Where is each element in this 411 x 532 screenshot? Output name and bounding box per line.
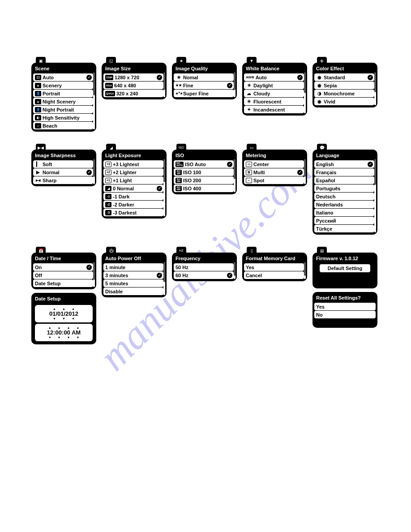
wb-fluorescent[interactable]: ✳Fluorescent bbox=[244, 98, 304, 105]
row-2: ▶◀ Image Sharpness ▎Soft ▶Normal ▶◀Sharp… bbox=[31, 150, 384, 235]
exp-p1[interactable]: +1+1 Light bbox=[103, 176, 163, 184]
lang-espanol[interactable]: Español bbox=[314, 176, 374, 184]
iso-menu: ISO ISO ISOAUTOISO Auto ISO100ISO 100 IS… bbox=[172, 150, 237, 194]
color-vivid[interactable]: ◉Vivid bbox=[314, 98, 374, 105]
color-tab-icon: ⊕ bbox=[317, 57, 327, 64]
sharpness-title: Image Sharpness bbox=[33, 151, 94, 160]
date-setup-time[interactable]: ▲▲▲▲ 12:00:00 AM ▼▼▼▼ bbox=[35, 324, 93, 341]
exp-m3[interactable]: -3-3 Darkest bbox=[103, 209, 163, 216]
scene-item-auto[interactable]: 口Auto bbox=[33, 73, 93, 81]
scene-item-night-portrait[interactable]: 👤Night Portrait bbox=[33, 106, 93, 113]
date-time-menu: 📅 Date / Time On Off Date Setup bbox=[31, 253, 96, 289]
date-tab-icon: 📅 bbox=[36, 247, 46, 254]
format-tab-icon: ▯ bbox=[247, 247, 257, 254]
lang-turkce[interactable]: Türkçe bbox=[314, 225, 374, 232]
wb-cloudy[interactable]: ☁Cloudy bbox=[244, 90, 304, 97]
scene-item-beach[interactable]: ☼Beach bbox=[33, 122, 93, 129]
sharp-normal[interactable]: ▶Normal bbox=[33, 168, 93, 176]
wb-auto[interactable]: AWBAuto bbox=[244, 73, 304, 81]
date-setup-item[interactable]: Date Setup bbox=[33, 279, 93, 287]
lang-francais[interactable]: Français bbox=[314, 168, 374, 176]
date-off[interactable]: Off bbox=[33, 271, 93, 279]
quality-tab-icon: ★ bbox=[176, 57, 186, 64]
iso-auto[interactable]: ISOAUTOISO Auto bbox=[174, 160, 234, 168]
reset-no[interactable]: No bbox=[314, 311, 376, 318]
power-5min[interactable]: 5 minutes bbox=[103, 279, 163, 287]
quality-fine[interactable]: ★★Fine bbox=[174, 82, 234, 89]
lang-english[interactable]: English bbox=[314, 160, 374, 168]
size-720p[interactable]: 720P1280 x 720 bbox=[103, 73, 163, 81]
metering-menu: ▭ Metering ▭Center ⊞Multi •Spot bbox=[242, 150, 307, 186]
metering-title: Metering bbox=[244, 151, 305, 160]
color-standard[interactable]: ◉Standard bbox=[314, 73, 374, 81]
freq-50[interactable]: 50 Hz bbox=[174, 263, 234, 271]
color-monochrome[interactable]: ◑Monochrome bbox=[314, 90, 374, 97]
power-title: Auto Power Off bbox=[103, 254, 165, 263]
scene-title: Scene bbox=[33, 64, 94, 73]
lang-russian[interactable]: Русский bbox=[314, 217, 374, 224]
reset-title: Reset All Settings? bbox=[314, 293, 376, 303]
language-tab-icon: 💬 bbox=[317, 144, 327, 151]
meter-multi[interactable]: ⊞Multi bbox=[244, 168, 304, 176]
date-setup-date[interactable]: ▲▲▲ 01/01/2012 ▼▼▼ bbox=[35, 305, 93, 322]
reset-menu: Reset All Settings? Yes No bbox=[313, 292, 377, 328]
lang-nederlands[interactable]: Nederlands bbox=[314, 201, 374, 208]
quality-normal[interactable]: ★Nomal bbox=[174, 73, 234, 81]
exp-p3[interactable]: +3+3 Lightest bbox=[103, 160, 163, 168]
iso-200[interactable]: ISO200ISO 200 bbox=[174, 176, 234, 184]
power-disable[interactable]: Disable bbox=[103, 287, 163, 295]
meter-center[interactable]: ▭Center bbox=[244, 160, 304, 168]
size-tab-icon: ◱ bbox=[106, 57, 116, 64]
freq-60[interactable]: 60 Hz bbox=[174, 271, 234, 279]
lang-portugues[interactable]: Português bbox=[314, 184, 374, 192]
lang-italiano[interactable]: Italiano bbox=[314, 209, 374, 216]
wb-incandescent[interactable]: ✦Incandescent bbox=[244, 106, 304, 113]
date-on[interactable]: On bbox=[33, 263, 93, 271]
exp-m2[interactable]: -2-2 Darker bbox=[103, 201, 163, 208]
exposure-menu: ◢ Light Exposure +3+3 Lightest +2+2 Ligh… bbox=[102, 150, 167, 219]
row-3: 📅 Date / Time On Off Date Setup Date Set… bbox=[31, 253, 384, 344]
format-yes[interactable]: Yes bbox=[244, 263, 304, 271]
scene-item-night-scenery[interactable]: ▲Night Scenery bbox=[33, 98, 93, 105]
color-effect-menu: ⊕ Color Effect ◉Standard ◉Sepia ◑Monochr… bbox=[313, 63, 377, 107]
meter-spot[interactable]: •Spot bbox=[244, 176, 304, 184]
default-setting-button[interactable]: Default Setting bbox=[320, 264, 370, 272]
format-title: Format Memory Card bbox=[244, 254, 305, 263]
size-qvga[interactable]: QVGA320 x 240 bbox=[103, 90, 163, 97]
format-cancel[interactable]: Cancel bbox=[244, 271, 304, 279]
scene-tab-icon: ▣ bbox=[36, 57, 46, 64]
iso-400[interactable]: ISO400ISO 400 bbox=[174, 184, 234, 192]
iso-100[interactable]: ISO100ISO 100 bbox=[174, 168, 234, 176]
scene-item-scenery[interactable]: ▲Scenery bbox=[33, 82, 93, 89]
freq-tab-icon: HZ bbox=[176, 247, 186, 254]
scene-item-high-sensitivity[interactable]: ◐High Sensitivity bbox=[33, 114, 93, 121]
exp-p2[interactable]: +2+2 Lighter bbox=[103, 168, 163, 176]
power-1min[interactable]: 1 minute bbox=[103, 263, 163, 271]
sharp-soft[interactable]: ▎Soft bbox=[33, 160, 93, 168]
language-title: Language bbox=[314, 151, 376, 160]
color-title: Color Effect bbox=[314, 64, 376, 73]
metering-tab-icon: ▭ bbox=[247, 144, 257, 151]
image-size-menu: ◱ Image Size 720P1280 x 720 VGA640 x 480… bbox=[102, 63, 167, 99]
exposure-tab-icon: ◢ bbox=[106, 144, 116, 151]
size-vga[interactable]: VGA640 x 480 bbox=[103, 82, 163, 89]
firmware-menu: ▤ Firmware v. 1.0.12 Default Setting bbox=[313, 253, 377, 288]
date-setup-title: Date Setup bbox=[33, 294, 94, 304]
quality-title: Image Quality bbox=[174, 64, 235, 73]
exp-0[interactable]: ◢0 Normal bbox=[103, 184, 163, 192]
iso-title: ISO bbox=[174, 151, 235, 160]
wb-daylight[interactable]: ☀Daylight bbox=[244, 82, 304, 89]
scene-item-portrait[interactable]: 👤Portrait bbox=[33, 90, 93, 97]
reset-yes[interactable]: Yes bbox=[314, 303, 376, 310]
format-memory-menu: ▯ Format Memory Card Yes Cancel bbox=[242, 253, 307, 281]
menu-reference-page: ▣ Scene 口Auto ▲Scenery 👤Portrait ▲Night … bbox=[0, 0, 411, 380]
color-sepia[interactable]: ◉Sepia bbox=[314, 82, 374, 89]
size-title: Image Size bbox=[103, 64, 165, 73]
lang-deutsch[interactable]: Deutsch bbox=[314, 193, 374, 200]
sharp-sharp[interactable]: ▶◀Sharp bbox=[33, 176, 93, 184]
firmware-title: Firmware v. 1.0.12 bbox=[314, 254, 376, 263]
image-quality-menu: ★ Image Quality ★Nomal ★★Fine ★★★Super F… bbox=[172, 63, 237, 99]
exp-m1[interactable]: -1-1 Dark bbox=[103, 193, 163, 200]
quality-super-fine[interactable]: ★★★Super Fine bbox=[174, 90, 234, 97]
power-3min[interactable]: 3 minutes bbox=[103, 271, 163, 279]
